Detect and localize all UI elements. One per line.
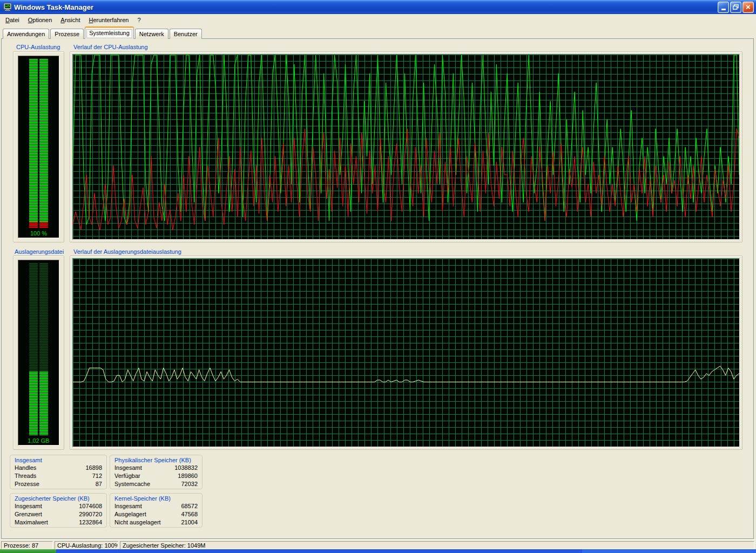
stat-row: Maximalwert1232864 [15, 518, 102, 527]
stat-value: 189860 [178, 472, 198, 480]
stat-label: Verfügbar [114, 472, 140, 480]
group-kernel-title: Kernel-Speicher (KB) [114, 495, 198, 502]
cpu-gauge-frame: 100 % [13, 51, 64, 242]
tab-netzwerk[interactable]: Netzwerk [135, 29, 168, 39]
start-button-fragment[interactable] [0, 549, 56, 553]
stat-label: Grenzwert [15, 510, 42, 518]
app-icon [3, 3, 12, 11]
stat-label: Nicht ausgelagert [114, 518, 161, 527]
stat-value: 87 [96, 480, 102, 488]
status-processes: Prozesse: 87 [1, 541, 53, 549]
stat-row: Handles16898 [15, 464, 102, 472]
cpu-history-graph [72, 54, 740, 240]
restore-icon [733, 4, 739, 10]
tab-benutzer[interactable]: Benutzer [170, 29, 202, 39]
tabstrip: Anwendungen Prozesse Systemleistung Netz… [3, 26, 203, 39]
group-kernel-memory: Kernel-Speicher (KB) Insgesamt68572Ausge… [110, 493, 202, 528]
pagefile-history-frame [70, 255, 742, 450]
stat-label: Insgesamt [15, 502, 42, 510]
stat-value: 1074608 [79, 502, 102, 510]
stat-label: Threads [15, 472, 36, 480]
menubar: Datei Optionen Ansicht Herunterfahren ? [0, 14, 756, 26]
group-physical-rows: Insgesamt1038832Verfügbar189860Systemcac… [114, 464, 198, 488]
statusbar: Prozesse: 87 CPU-Auslastung: 100% Zugesi… [0, 539, 756, 550]
stat-row: Ausgelagert47568 [114, 510, 198, 518]
stat-label: Ausgelagert [114, 510, 146, 518]
pagefile-history-graph [72, 258, 740, 447]
tab-prozesse[interactable]: Prozesse [50, 29, 84, 39]
stat-row: Grenzwert2990720 [15, 510, 102, 518]
menu-ansicht[interactable]: Ansicht [56, 15, 84, 25]
stat-value: 2990720 [79, 510, 102, 518]
cpu-gauge: 100 % [18, 56, 59, 238]
cpu-history-caption: Verlauf der CPU-Auslastung [73, 44, 148, 50]
stat-value: 712 [92, 472, 102, 480]
stat-row: Prozesse87 [15, 480, 102, 488]
status-commit: Zugesicherter Speicher: 1049M [120, 541, 754, 549]
group-totals: Insgesamt Handles16898Threads712Prozesse… [10, 455, 107, 489]
cpu-gauge-leds [29, 59, 48, 228]
pagefile-gauge-leds [29, 263, 48, 435]
stat-value: 1232864 [79, 518, 102, 527]
stat-row: Insgesamt68572 [114, 502, 198, 510]
menu-herunterfahren[interactable]: Herunterfahren [84, 15, 133, 25]
window-title: Windows Task-Manager [14, 3, 718, 11]
stat-label: Insgesamt [114, 464, 142, 472]
stat-value: 72032 [181, 480, 198, 488]
tab-anwendungen[interactable]: Anwendungen [3, 29, 49, 39]
stat-label: Maximalwert [15, 518, 48, 527]
stat-row: Insgesamt1038832 [114, 464, 198, 472]
group-commit-charge: Zugesicherter Speicher (KB) Insgesamt107… [10, 493, 107, 528]
taskbar-tray-fragment [582, 549, 756, 553]
pagefile-gauge-frame: 1,02 GB [13, 255, 64, 450]
stat-value: 47568 [181, 510, 198, 518]
cpu-gauge-caption: CPU-Auslastung [16, 44, 60, 50]
menu-help[interactable]: ? [133, 15, 145, 25]
menu-datei[interactable]: Datei [1, 15, 24, 25]
cpu-gauge-value: 100 % [30, 230, 47, 238]
close-icon: × [746, 3, 751, 11]
stat-row: Threads712 [15, 472, 102, 480]
minimize-button[interactable] [718, 2, 729, 13]
stat-value: 16898 [85, 464, 102, 472]
close-button[interactable]: × [742, 2, 754, 13]
stat-label: Systemcache [114, 480, 150, 488]
task-manager-window: Windows Task-Manager × Datei Optionen An… [0, 0, 756, 553]
group-totals-title: Insgesamt [15, 456, 102, 464]
pagefile-gauge-caption: Auslagerungsdatei [15, 248, 64, 255]
stat-label: Prozesse [15, 480, 39, 488]
stat-label: Handles [15, 464, 36, 472]
group-totals-rows: Handles16898Threads712Prozesse87 [15, 464, 102, 488]
tab-systemleistung[interactable]: Systemleistung [85, 26, 134, 39]
status-cpu: CPU-Auslastung: 100% [55, 541, 118, 549]
stat-label: Insgesamt [114, 502, 142, 510]
group-commit-title: Zugesicherter Speicher (KB) [15, 495, 102, 502]
pagefile-gauge-value: 1,02 GB [28, 437, 49, 445]
stat-row: Systemcache72032 [114, 480, 198, 488]
menu-optionen[interactable]: Optionen [24, 15, 57, 25]
stat-value: 68572 [181, 502, 198, 510]
restore-button[interactable] [730, 2, 741, 13]
stat-row: Nicht ausgelagert21004 [114, 518, 198, 527]
group-kernel-rows: Insgesamt68572Ausgelagert47568Nicht ausg… [114, 502, 198, 527]
pagefile-gauge: 1,02 GB [18, 260, 59, 446]
stat-value: 1038832 [174, 464, 198, 472]
group-commit-rows: Insgesamt1074608Grenzwert2990720Maximalw… [15, 502, 102, 527]
stat-row: Verfügbar189860 [114, 472, 198, 480]
cpu-history-frame [70, 51, 742, 242]
group-physical-title: Physikalischer Speicher (KB) [114, 456, 198, 464]
pagefile-history-caption: Verlauf der Auslagerungsdateiauslastung [73, 248, 181, 255]
stat-row: Insgesamt1074608 [15, 502, 102, 510]
minimize-icon [721, 9, 726, 10]
taskbar[interactable] [0, 549, 756, 553]
titlebar[interactable]: Windows Task-Manager × [0, 0, 756, 14]
group-physical-memory: Physikalischer Speicher (KB) Insgesamt10… [110, 455, 202, 489]
stat-value: 21004 [181, 518, 198, 527]
